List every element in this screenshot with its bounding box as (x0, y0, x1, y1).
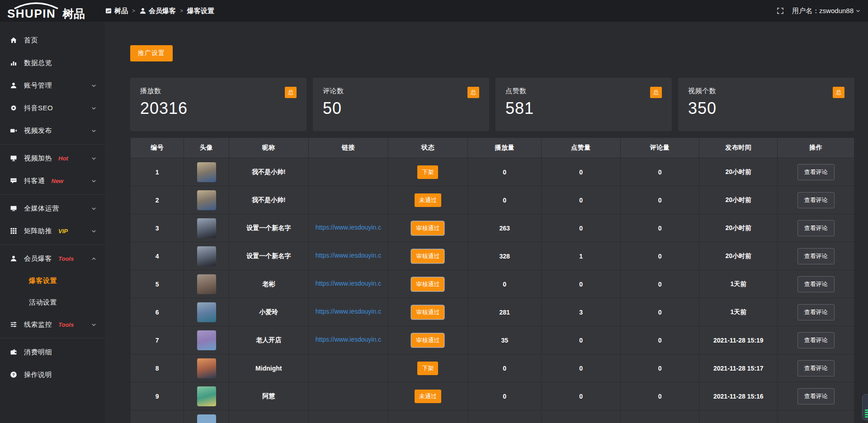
cell-status: 未通过 (388, 186, 467, 214)
column-header: 播放量 (468, 138, 542, 158)
view-comments-button[interactable]: 查看评论 (797, 388, 835, 404)
cell-status: 下架 (388, 354, 467, 382)
cell-action: 查看评论 (778, 158, 854, 186)
sidebar-item-10[interactable]: 线索监控Tools (0, 313, 105, 336)
view-comments-button[interactable]: 查看评论 (797, 304, 835, 320)
video-link[interactable]: https://www.iesdouyin.c (316, 308, 382, 315)
view-comments-button[interactable]: 查看评论 (797, 248, 835, 264)
cell-publish-time: 2021-11-28 15:16 (699, 382, 778, 410)
sidebar-subitem-9-0[interactable]: 爆客设置 (0, 270, 105, 291)
status-badge: 未通过 (415, 193, 441, 207)
table-row: 7老人开店https://www.iesdouyin.c审核通过35002021… (131, 326, 854, 354)
cell-plays: 0 (468, 186, 542, 214)
cell-plays: 0 (468, 158, 542, 186)
cell-avatar (184, 326, 229, 354)
cell-likes: 1 (542, 242, 621, 270)
video-table: 编号头像昵称链接状态播放量点赞量评论量发布时间操作 1我不是小帅!下架00020… (130, 137, 854, 423)
view-comments-button[interactable]: 查看评论 (797, 220, 835, 236)
cell-likes: 0 (542, 326, 621, 354)
cell-comments: 0 (620, 242, 699, 270)
sidebar-item-8[interactable]: 矩阵助推VIP (0, 220, 105, 242)
avatar (197, 414, 216, 423)
view-comments-button[interactable]: 查看评论 (797, 192, 835, 208)
cell-likes: 0 (542, 270, 621, 298)
table-header-row: 编号头像昵称链接状态播放量点赞量评论量发布时间操作 (131, 138, 854, 158)
stat-card-1: 评论数 总 50 (313, 78, 489, 131)
video-link[interactable]: https://www.iesdouyin.c (316, 336, 382, 343)
breadcrumb-item-member[interactable]: 会员爆客 (139, 7, 176, 15)
sidebar-item-label: 矩阵助推 (24, 227, 52, 235)
breadcrumb: 树品 > 会员爆客 > 爆客设置 (105, 7, 214, 15)
cell-link: https://www.iesdouyin.c (308, 298, 388, 326)
fullscreen-icon[interactable] (777, 7, 784, 14)
status-badge: 未通过 (415, 390, 441, 403)
avatar (197, 246, 216, 266)
avatar (197, 190, 216, 210)
cell-link (308, 186, 388, 214)
cell-plays: 281 (468, 298, 542, 326)
sidebar-item-3[interactable]: 抖音SEO (0, 97, 105, 119)
stat-card-2: 点赞数 总 581 (495, 78, 672, 131)
user-menu[interactable]: 用户名：zswodun88 (792, 7, 861, 15)
cell-comments: 0 (620, 326, 699, 354)
sidebar-item-label: 视频发布 (24, 127, 52, 135)
chart-icon (10, 59, 17, 66)
user-icon (139, 7, 146, 14)
cell-number: 3 (131, 214, 184, 242)
sidebar-item-0[interactable]: 首页 (0, 29, 105, 52)
sidebar-item-5[interactable]: 视频加热Hot (0, 147, 105, 169)
breadcrumb-item-shupin[interactable]: 树品 (105, 7, 128, 15)
cell-avatar (184, 214, 229, 242)
top-bar: SHUPIN 树品 树品 > 会员爆客 > 爆客设置 用户名：zswodun (0, 0, 868, 22)
question-icon: ? (10, 371, 17, 378)
sidebar-badge: New (52, 178, 64, 184)
cell-publish-time: 1天前 (699, 270, 778, 298)
chevron-down-icon (91, 178, 97, 184)
cell-comments: 0 (620, 214, 699, 242)
cell-avatar (184, 186, 229, 214)
cell-action: 查看评论 (778, 186, 854, 214)
video-link[interactable]: https://www.iesdouyin.c (316, 280, 382, 287)
sidebar-item-9[interactable]: 会员爆客Tools (0, 247, 105, 270)
video-link[interactable]: https://www.iesdouyin.c (316, 252, 382, 259)
sidebar-item-4[interactable]: 视频发布 (0, 119, 105, 142)
cell-nickname: 设置一个新名字 (229, 242, 308, 270)
promotion-settings-button[interactable]: 推广设置 (130, 45, 173, 61)
view-comments-button[interactable]: 查看评论 (797, 332, 835, 348)
view-comments-button[interactable]: 查看评论 (797, 276, 835, 292)
topbar-right: 用户名：zswodun88 (777, 7, 868, 15)
sidebar-item-6[interactable]: 抖客通New (0, 169, 105, 192)
sidebar-item-2[interactable]: 账号管理 (0, 74, 105, 97)
signal-bars-icon (865, 409, 868, 418)
sidebar-item-1[interactable]: 数据总览 (0, 52, 105, 74)
sidebar-item-7[interactable]: 全媒体运营 (0, 197, 105, 220)
cell-link (308, 354, 388, 382)
panel-icon (105, 7, 112, 14)
view-comments-button[interactable]: 查看评论 (797, 360, 835, 376)
shupin-logo-icon: SHUPIN 树品 (6, 2, 95, 20)
video-link[interactable]: https://www.iesdouyin.c (316, 224, 382, 231)
table-row: 4设置一个新名字https://www.iesdouyin.c审核通过32810… (131, 242, 854, 270)
chat-icon (10, 177, 17, 184)
username-label: 用户名：zswodun88 (792, 7, 854, 15)
sidebar-subitem-9-1[interactable]: 活动设置 (0, 291, 105, 313)
stat-label: 评论数 (323, 87, 344, 95)
column-header: 操作 (778, 138, 854, 158)
table-row: 1我不是小帅!下架00020小时前查看评论 (131, 158, 854, 186)
sidebar-badge: Hot (58, 155, 68, 162)
cell-comments: 0 (620, 354, 699, 382)
app-logo[interactable]: SHUPIN 树品 (0, 2, 105, 20)
sidebar-item-12[interactable]: ?操作说明 (0, 363, 105, 386)
cell-likes: 0 (542, 186, 621, 214)
stat-card-3: 视频个数 总 350 (678, 78, 854, 131)
view-comments-button[interactable]: 查看评论 (797, 164, 835, 180)
sidebar-item-11[interactable]: 消费明细 (0, 341, 105, 363)
monitor-icon (10, 155, 17, 162)
cell-avatar (184, 242, 229, 270)
floating-service-widget[interactable] (862, 394, 868, 420)
cell-number: 4 (131, 242, 184, 270)
sidebar-item-label: 操作说明 (24, 371, 52, 379)
cell-action: 查看评论 (778, 270, 854, 298)
cell-status (388, 410, 467, 423)
cell-likes (542, 410, 621, 423)
